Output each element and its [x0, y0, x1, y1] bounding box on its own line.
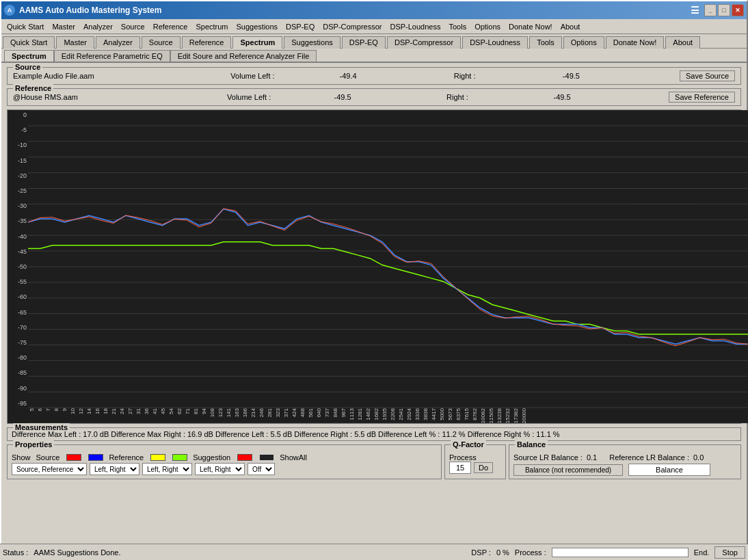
menu-icon[interactable]: ☰: [688, 3, 702, 17]
x-label: 1682: [373, 408, 379, 421]
title-bar: A AAMS Auto Audio Mastering System ☰ _ □…: [1, 1, 747, 19]
x-label: 31: [135, 408, 142, 414]
maximize-button[interactable]: □: [718, 4, 730, 16]
x-label: 424: [291, 408, 297, 417]
y-label-5: -5: [8, 126, 28, 133]
x-label: 21: [111, 408, 117, 414]
x-label: 24: [119, 408, 125, 414]
tab-suggestions[interactable]: Suggestions: [284, 36, 340, 49]
measurements-box: Measurements Difference Max Left : 17.0 …: [7, 427, 741, 441]
tab2-edit-source-ref[interactable]: Edit Soure and Reference Analyzer File: [170, 50, 317, 62]
qfactor-input[interactable]: [449, 462, 471, 474]
menu-spectrum[interactable]: Spectrum: [191, 21, 232, 32]
x-label: 5673: [447, 408, 453, 421]
lr-select-1[interactable]: Left, Right Left Only Right Only: [90, 463, 139, 475]
x-label: 41: [152, 408, 158, 414]
menu-donate[interactable]: Donate Now!: [505, 21, 557, 32]
lr-select-2[interactable]: Left, Right Left Only Right Only: [142, 463, 192, 475]
y-label-70: -70: [8, 324, 28, 331]
source-color-blue: [88, 454, 103, 461]
x-label: 640: [316, 408, 322, 417]
tab-spectrum[interactable]: Spectrum: [232, 36, 282, 49]
x-label: 13238: [496, 408, 503, 423]
lr-select-3[interactable]: Left, Right Left Only Right Only: [195, 463, 245, 475]
tab-about[interactable]: About: [665, 36, 700, 49]
source-group: Source Example Audio File.aam Volume Lef…: [7, 67, 741, 85]
show-label: Show: [12, 453, 31, 462]
qfactor-label: Q-Factor: [451, 440, 486, 449]
dsp-label: DSP :: [471, 548, 491, 557]
source-volume-right-label: Right :: [454, 72, 557, 80]
tab-quickstart[interactable]: Quick Start: [3, 36, 55, 49]
tab2-spectrum[interactable]: Spectrum: [4, 50, 54, 62]
tab-donate[interactable]: Donate Now!: [606, 36, 665, 49]
y-label-35: -35: [8, 217, 28, 224]
menu-dspcompressor[interactable]: DSP-Compressor: [319, 21, 386, 32]
balance-box: Balance Source LR Balance : 0.1 Referenc…: [509, 444, 741, 479]
reference-lr-label: Reference LR Balance :: [609, 453, 689, 462]
y-label-65: -65: [8, 309, 28, 316]
menu-quickstart[interactable]: Quick Start: [3, 21, 48, 32]
save-source-button[interactable]: Save Source: [680, 70, 735, 81]
tab-analyzer[interactable]: Analyzer: [96, 36, 140, 49]
x-label: 6375: [455, 408, 462, 421]
menu-options[interactable]: Options: [470, 21, 505, 32]
x-label: 5000: [439, 408, 445, 421]
tab-master[interactable]: Master: [56, 36, 94, 49]
process-label: Process :: [515, 548, 546, 557]
tab-tools[interactable]: Tools: [529, 36, 562, 49]
menu-about[interactable]: About: [557, 21, 585, 32]
suggestion-color-label: Suggestion: [193, 453, 230, 462]
menu-suggestions[interactable]: Suggestions: [232, 21, 282, 32]
source-volume-right: -49.5: [563, 72, 666, 80]
menu-analyzer[interactable]: Analyzer: [79, 21, 117, 32]
menu-tools[interactable]: Tools: [444, 21, 470, 32]
tab-options[interactable]: Options: [563, 36, 604, 49]
close-button[interactable]: ✕: [732, 4, 744, 16]
y-label-30: -30: [8, 202, 28, 209]
show-select[interactable]: Source, Reference Source Only Reference …: [12, 463, 87, 475]
qfactor-do-button[interactable]: Do: [474, 462, 493, 473]
tab-reference[interactable]: Reference: [182, 36, 232, 49]
x-label: 323: [275, 408, 281, 417]
properties-balance-row: Properties Show Source Reference Suggest…: [7, 444, 741, 479]
reference-group: Reference @House RMS.aam Volume Left : -…: [7, 88, 741, 106]
tab2-edit-ref-eq[interactable]: Edit Reference Parametric EQ: [54, 50, 170, 62]
status-bar: Status : AAMS Suggestions Done. DSP : 0 …: [0, 544, 748, 560]
reference-volume-right-label: Right :: [446, 93, 548, 101]
x-label: 163: [234, 408, 240, 417]
x-label: 186: [242, 408, 248, 417]
x-label: 371: [283, 408, 289, 417]
menu-dspeq[interactable]: DSP-EQ: [282, 21, 319, 32]
app-icon: A: [4, 5, 15, 16]
source-color-red: [66, 454, 81, 461]
tab-dspcompressor[interactable]: DSP-Compressor: [387, 36, 461, 49]
x-label: 1462: [365, 408, 371, 421]
tab-dspeq[interactable]: DSP-EQ: [342, 36, 386, 49]
tab-dsploudness[interactable]: DSP-Loudness: [462, 36, 528, 49]
menu-dsploudness[interactable]: DSP-Loudness: [386, 21, 444, 32]
stop-button[interactable]: Stop: [714, 546, 745, 559]
menu-master[interactable]: Master: [48, 21, 79, 32]
source-lr-label: Source LR Balance :: [513, 453, 583, 462]
chart-area: 0 -5 -10 -15 -20 -25 -30 -35 -40 -45 -50…: [7, 109, 741, 424]
off-select[interactable]: Off On: [248, 463, 275, 475]
save-reference-button[interactable]: Save Reference: [669, 92, 735, 103]
balance-source-button[interactable]: Balance (not recommended): [513, 464, 623, 476]
menu-reference[interactable]: Reference: [149, 21, 192, 32]
status-text: AAMS Suggestions Done.: [34, 548, 120, 557]
tab-source[interactable]: Source: [142, 36, 181, 49]
x-label: 7615: [464, 408, 470, 421]
x-label: 94: [201, 408, 207, 414]
x-label: 246: [258, 408, 265, 417]
minimize-button[interactable]: _: [704, 4, 717, 16]
x-label: 2541: [398, 408, 404, 421]
menu-source[interactable]: Source: [117, 21, 149, 32]
reference-color-label: Reference: [109, 453, 144, 462]
y-label-10: -10: [8, 142, 28, 148]
balance-reference-button[interactable]: Balance: [628, 464, 710, 476]
y-label-90: -90: [8, 385, 28, 392]
x-label: 1281: [357, 408, 363, 421]
y-label-50: -50: [8, 263, 28, 270]
x-label: 7: [45, 408, 51, 411]
